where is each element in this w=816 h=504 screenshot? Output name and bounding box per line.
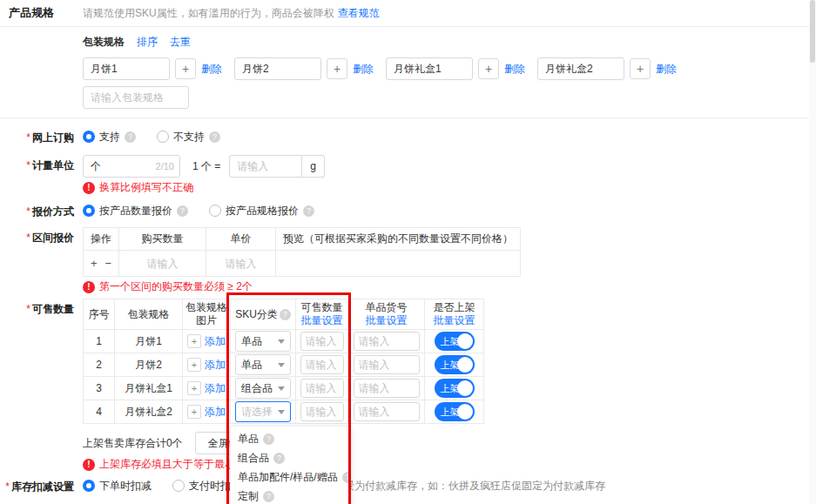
col-sku-type: SKU分类? (231, 299, 296, 330)
item-code-input[interactable] (354, 332, 420, 351)
quote-method-row: *报价方式 按产品数量报价 ? 按产品规格报价 ? (0, 201, 816, 222)
spec-item: + 删除 (537, 57, 677, 80)
add-image-link[interactable]: 添加 (205, 359, 226, 371)
add-range-icon[interactable]: + (91, 257, 98, 270)
plus-icon[interactable]: + (187, 405, 201, 419)
qty-input[interactable] (300, 355, 344, 374)
listed-toggle[interactable]: 上架 (435, 355, 475, 374)
sku-type-cell: 单品 (231, 353, 296, 377)
ratio-input[interactable] (229, 155, 302, 178)
plus-icon[interactable]: + (187, 358, 201, 372)
add-image-link[interactable]: 添加 (205, 382, 226, 394)
scrollbar-thumb[interactable] (810, 0, 815, 63)
dropdown-option-single[interactable]: 单品? (231, 429, 348, 448)
spec-item: + 删除 (386, 57, 525, 80)
add-spec-button[interactable]: + (630, 58, 651, 79)
batch-set-listed-link[interactable]: 批量设置 (428, 314, 481, 327)
add-image-link[interactable]: 添加 (205, 406, 226, 418)
sort-link[interactable]: 排序 (137, 35, 158, 50)
delete-spec-link[interactable]: 删除 (656, 62, 677, 77)
qty-input[interactable] (300, 379, 344, 398)
radio-quote-by-spec[interactable]: 按产品规格报价 ? (209, 201, 314, 220)
online-order-row: *网上订购 支持 ? 不支持 ? (0, 127, 816, 148)
qty-input[interactable] (300, 332, 344, 351)
item-code-input[interactable] (354, 379, 420, 398)
info-icon[interactable]: ? (177, 205, 188, 217)
qty-cell (296, 353, 348, 377)
toggle-knob (457, 357, 473, 373)
char-counter: 2/10 (156, 155, 174, 178)
dedupe-link[interactable]: 去重 (170, 35, 191, 50)
error-icon: ! (83, 459, 95, 471)
radio-label: 不支持 (173, 127, 205, 146)
spec-item: + 删除 (83, 57, 222, 80)
item-code-input[interactable] (354, 402, 420, 421)
col-preview: 预览（可根据买家采购的不同数量设置不同价格） (276, 228, 521, 251)
section-divider (0, 118, 816, 118)
new-spec-input[interactable] (83, 86, 189, 109)
info-icon[interactable]: ? (303, 205, 314, 217)
radio-quote-by-quantity[interactable]: 按产品数量报价 ? (83, 201, 188, 220)
chevron-down-icon (278, 363, 285, 367)
info-icon[interactable]: ? (280, 309, 291, 320)
sku-type-select-open[interactable]: 请选择 (235, 401, 291, 422)
remove-range-icon[interactable]: − (105, 257, 112, 270)
sku-type-select[interactable]: 组合品 (235, 378, 291, 399)
radio-label: 按产品数量报价 (99, 201, 172, 220)
operation-cell: + − (84, 251, 119, 277)
info-icon[interactable]: ? (263, 491, 274, 502)
info-icon[interactable]: ? (273, 453, 285, 464)
delete-spec-link[interactable]: 删除 (353, 62, 374, 77)
listed-toggle[interactable]: 上架 (435, 402, 475, 421)
radio-deduct-on-order[interactable]: 下单时扣减 (83, 476, 152, 495)
batch-set-code-link[interactable]: 批量设置 (351, 314, 421, 327)
sku-type-select[interactable]: 单品 (235, 354, 291, 375)
add-spec-button[interactable]: + (175, 58, 196, 79)
add-spec-button[interactable]: + (478, 58, 499, 79)
add-spec-button[interactable]: + (327, 58, 347, 79)
item-code-input[interactable] (354, 355, 420, 374)
plus-icon[interactable]: + (187, 381, 201, 395)
radio-support[interactable]: 支持 ? (83, 127, 136, 146)
section-title: 产品规格 (9, 5, 83, 21)
qty-cell (296, 330, 348, 353)
add-image-link[interactable]: 添加 (205, 335, 226, 347)
radio-not-support[interactable]: 不支持 ? (157, 127, 220, 146)
info-icon[interactable]: ? (125, 131, 136, 143)
info-icon[interactable]: ? (263, 433, 274, 445)
unit-price-input[interactable] (210, 258, 272, 270)
radio-unselected-icon (209, 205, 221, 217)
batch-set-qty-link[interactable]: 批量设置 (299, 314, 345, 327)
qty-input[interactable] (300, 402, 344, 421)
buy-qty-input[interactable] (124, 258, 201, 270)
view-spec-rules-link[interactable]: 查看规范 (338, 6, 380, 21)
col-no: 序号 (84, 299, 115, 330)
spec-input-3[interactable] (386, 57, 473, 80)
required-mark: * (26, 303, 30, 315)
listed-cell: 上架 (425, 330, 484, 353)
row-no: 2 (84, 353, 115, 377)
error-icon: ! (83, 182, 95, 194)
listed-toggle[interactable]: 上架 (435, 332, 475, 351)
spec-input-4[interactable] (537, 57, 624, 80)
sku-type-select[interactable]: 单品 (235, 331, 291, 352)
required-mark: * (5, 480, 10, 493)
dropdown-option-single-plus-accessory[interactable]: 单品加配件/样品/赠品? (231, 467, 348, 487)
info-icon[interactable]: ? (342, 472, 348, 483)
range-quote-error: ! 第一个区间的购买数量必须 ≥ 2个 (83, 280, 253, 293)
info-icon[interactable]: ? (209, 131, 220, 143)
stock-summary-text: 上架售卖库存合计0个 (83, 436, 183, 451)
table-row: 2 月饼2 +添加 单品 上架 (84, 353, 484, 377)
spec-input-2[interactable] (234, 57, 321, 80)
delete-spec-link[interactable]: 删除 (504, 62, 525, 77)
preview-cell (276, 251, 521, 277)
toggle-knob (457, 380, 473, 396)
dropdown-option-combo[interactable]: 组合品? (231, 448, 348, 467)
dropdown-option-custom[interactable]: 定制? (231, 487, 348, 504)
delete-spec-link[interactable]: 删除 (201, 62, 222, 77)
plus-icon[interactable]: + (187, 334, 201, 348)
spec-input-1[interactable] (83, 57, 170, 80)
quote-method-label: *报价方式 (0, 201, 83, 222)
listed-toggle[interactable]: 上架 (435, 379, 475, 398)
plus-icon: + (182, 62, 189, 76)
